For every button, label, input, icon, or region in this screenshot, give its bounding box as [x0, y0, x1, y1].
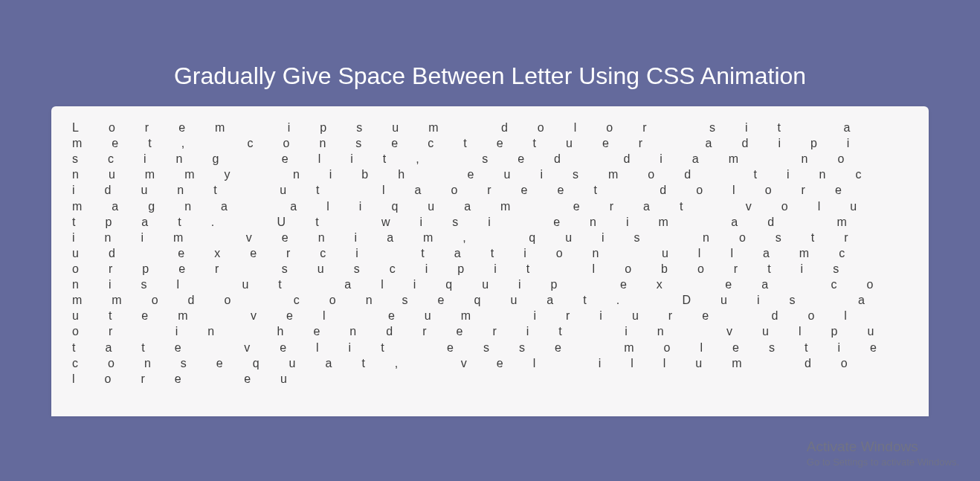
watermark-line-2: Go to Settings to activate Windows. [807, 456, 959, 468]
page-title: Gradually Give Space Between Letter Usin… [174, 62, 806, 90]
content-card: Lorem ipsum dolor sit amet, consectetuer… [51, 106, 929, 416]
demo-paragraph: Lorem ipsum dolor sit amet, consectetuer… [72, 120, 908, 387]
activate-windows-watermark: Activate Windows Go to Settings to activ… [807, 439, 959, 468]
page-wrapper: Gradually Give Space Between Letter Usin… [0, 0, 980, 416]
watermark-line-1: Activate Windows [807, 439, 959, 455]
